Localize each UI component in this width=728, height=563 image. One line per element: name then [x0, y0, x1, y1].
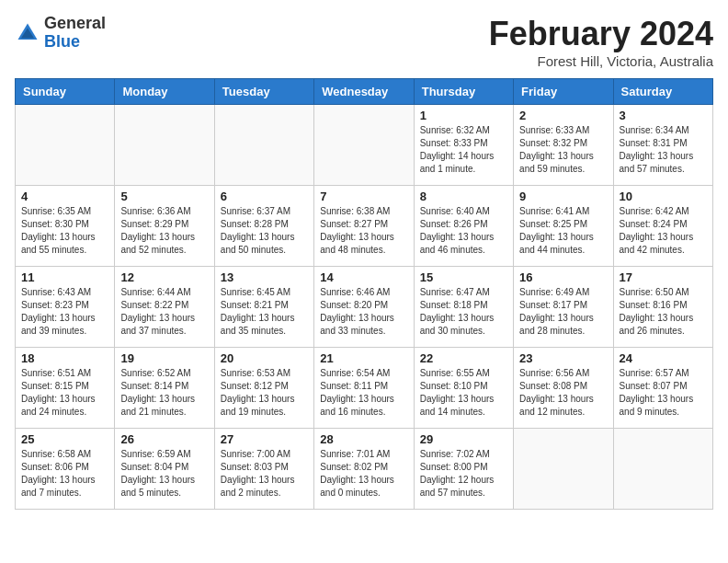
calendar-cell: 14Sunrise: 6:46 AMSunset: 8:20 PMDayligh… [314, 267, 414, 348]
day-info: Sunrise: 6:56 AMSunset: 8:08 PMDaylight:… [519, 367, 607, 419]
title-area: February 2024 Forest Hill, Victoria, Aus… [489, 15, 713, 69]
calendar-cell: 27Sunrise: 7:00 AMSunset: 8:03 PMDayligh… [214, 429, 313, 510]
day-info: Sunrise: 6:44 AMSunset: 8:22 PMDaylight:… [120, 286, 208, 338]
calendar-cell: 19Sunrise: 6:52 AMSunset: 8:14 PMDayligh… [115, 348, 214, 429]
day-info: Sunrise: 6:41 AMSunset: 8:25 PMDaylight:… [519, 205, 607, 257]
week-row-1: 1Sunrise: 6:32 AMSunset: 8:33 PMDaylight… [16, 105, 713, 186]
calendar-cell: 7Sunrise: 6:38 AMSunset: 8:27 PMDaylight… [314, 186, 414, 267]
weekday-header-friday: Friday [514, 79, 613, 105]
logo: General Blue [15, 15, 106, 52]
day-info: Sunrise: 6:43 AMSunset: 8:23 PMDaylight:… [21, 286, 108, 338]
calendar-cell: 11Sunrise: 6:43 AMSunset: 8:23 PMDayligh… [16, 267, 115, 348]
day-info: Sunrise: 6:40 AMSunset: 8:26 PMDaylight:… [420, 205, 507, 257]
calendar-cell: 23Sunrise: 6:56 AMSunset: 8:08 PMDayligh… [514, 348, 613, 429]
day-number: 7 [320, 190, 407, 203]
calendar-cell: 18Sunrise: 6:51 AMSunset: 8:15 PMDayligh… [16, 348, 115, 429]
day-info: Sunrise: 6:58 AMSunset: 8:06 PMDaylight:… [21, 448, 108, 500]
day-info: Sunrise: 6:55 AMSunset: 8:10 PMDaylight:… [420, 367, 507, 419]
weekday-header-monday: Monday [115, 79, 214, 105]
day-number: 4 [21, 190, 108, 203]
day-number: 10 [620, 190, 707, 203]
calendar-cell: 24Sunrise: 6:57 AMSunset: 8:07 PMDayligh… [613, 348, 712, 429]
day-number: 16 [519, 270, 607, 284]
day-info: Sunrise: 6:35 AMSunset: 8:30 PMDaylight:… [21, 205, 108, 257]
calendar-cell [214, 105, 313, 186]
calendar-cell: 25Sunrise: 6:58 AMSunset: 8:06 PMDayligh… [16, 429, 115, 510]
day-number: 17 [620, 270, 707, 284]
day-info: Sunrise: 6:46 AMSunset: 8:20 PMDaylight:… [320, 286, 407, 338]
calendar-cell [314, 105, 414, 186]
day-number: 20 [221, 351, 308, 365]
day-number: 15 [420, 270, 507, 284]
calendar-cell: 22Sunrise: 6:55 AMSunset: 8:10 PMDayligh… [414, 348, 513, 429]
day-number: 9 [519, 190, 607, 203]
day-info: Sunrise: 6:53 AMSunset: 8:12 PMDaylight:… [221, 367, 308, 419]
calendar-cell: 2Sunrise: 6:33 AMSunset: 8:32 PMDaylight… [514, 105, 613, 186]
logo-text: General Blue [44, 15, 106, 52]
calendar-cell: 12Sunrise: 6:44 AMSunset: 8:22 PMDayligh… [115, 267, 214, 348]
day-number: 26 [120, 432, 208, 446]
day-number: 3 [620, 109, 707, 122]
day-number: 25 [21, 432, 108, 446]
week-row-3: 11Sunrise: 6:43 AMSunset: 8:23 PMDayligh… [16, 267, 713, 348]
weekday-header-tuesday: Tuesday [214, 79, 313, 105]
weekday-header-row: SundayMondayTuesdayWednesdayThursdayFrid… [16, 79, 713, 105]
day-number: 18 [21, 351, 108, 365]
day-number: 28 [320, 432, 407, 446]
logo-icon [15, 20, 40, 46]
day-info: Sunrise: 6:50 AMSunset: 8:16 PMDaylight:… [620, 286, 707, 338]
day-number: 12 [120, 270, 208, 284]
week-row-2: 4Sunrise: 6:35 AMSunset: 8:30 PMDaylight… [16, 186, 713, 267]
weekday-header-saturday: Saturday [613, 79, 712, 105]
calendar-cell: 28Sunrise: 7:01 AMSunset: 8:02 PMDayligh… [314, 429, 414, 510]
day-info: Sunrise: 6:37 AMSunset: 8:28 PMDaylight:… [221, 205, 308, 257]
day-number: 13 [221, 270, 308, 284]
day-number: 21 [320, 351, 407, 365]
day-number: 14 [320, 270, 407, 284]
day-number: 1 [420, 109, 507, 122]
calendar-cell [16, 105, 115, 186]
day-info: Sunrise: 6:42 AMSunset: 8:24 PMDaylight:… [620, 205, 707, 257]
calendar-cell [514, 429, 613, 510]
day-info: Sunrise: 6:36 AMSunset: 8:29 PMDaylight:… [120, 205, 208, 257]
calendar-cell: 1Sunrise: 6:32 AMSunset: 8:33 PMDaylight… [414, 105, 513, 186]
day-number: 23 [519, 351, 607, 365]
day-info: Sunrise: 6:51 AMSunset: 8:15 PMDaylight:… [21, 367, 108, 419]
day-info: Sunrise: 6:57 AMSunset: 8:07 PMDaylight:… [620, 367, 707, 419]
location-title: Forest Hill, Victoria, Australia [489, 53, 713, 69]
day-info: Sunrise: 7:00 AMSunset: 8:03 PMDaylight:… [221, 448, 308, 500]
day-info: Sunrise: 6:34 AMSunset: 8:31 PMDaylight:… [620, 124, 707, 176]
calendar-cell: 13Sunrise: 6:45 AMSunset: 8:21 PMDayligh… [214, 267, 313, 348]
day-info: Sunrise: 6:45 AMSunset: 8:21 PMDaylight:… [221, 286, 308, 338]
day-info: Sunrise: 6:49 AMSunset: 8:17 PMDaylight:… [519, 286, 607, 338]
calendar-cell: 16Sunrise: 6:49 AMSunset: 8:17 PMDayligh… [514, 267, 613, 348]
day-info: Sunrise: 6:47 AMSunset: 8:18 PMDaylight:… [420, 286, 507, 338]
day-number: 11 [21, 270, 108, 284]
day-number: 19 [120, 351, 208, 365]
header: General Blue February 2024 Forest Hill, … [15, 15, 713, 69]
day-info: Sunrise: 6:33 AMSunset: 8:32 PMDaylight:… [519, 124, 607, 176]
calendar: SundayMondayTuesdayWednesdayThursdayFrid… [15, 78, 713, 510]
day-number: 29 [420, 432, 507, 446]
day-number: 2 [519, 109, 607, 122]
week-row-5: 25Sunrise: 6:58 AMSunset: 8:06 PMDayligh… [16, 429, 713, 510]
day-number: 22 [420, 351, 507, 365]
calendar-cell: 15Sunrise: 6:47 AMSunset: 8:18 PMDayligh… [414, 267, 513, 348]
calendar-cell: 21Sunrise: 6:54 AMSunset: 8:11 PMDayligh… [314, 348, 414, 429]
day-info: Sunrise: 6:59 AMSunset: 8:04 PMDaylight:… [120, 448, 208, 500]
day-number: 5 [120, 190, 208, 203]
day-info: Sunrise: 7:01 AMSunset: 8:02 PMDaylight:… [320, 448, 407, 500]
calendar-cell [613, 429, 712, 510]
calendar-cell: 9Sunrise: 6:41 AMSunset: 8:25 PMDaylight… [514, 186, 613, 267]
day-number: 8 [420, 190, 507, 203]
calendar-cell: 10Sunrise: 6:42 AMSunset: 8:24 PMDayligh… [613, 186, 712, 267]
day-number: 27 [221, 432, 308, 446]
week-row-4: 18Sunrise: 6:51 AMSunset: 8:15 PMDayligh… [16, 348, 713, 429]
calendar-cell: 29Sunrise: 7:02 AMSunset: 8:00 PMDayligh… [414, 429, 513, 510]
day-info: Sunrise: 6:54 AMSunset: 8:11 PMDaylight:… [320, 367, 407, 419]
day-info: Sunrise: 6:38 AMSunset: 8:27 PMDaylight:… [320, 205, 407, 257]
day-number: 6 [221, 190, 308, 203]
month-title: February 2024 [489, 15, 713, 53]
weekday-header-wednesday: Wednesday [314, 79, 414, 105]
calendar-cell: 20Sunrise: 6:53 AMSunset: 8:12 PMDayligh… [214, 348, 313, 429]
